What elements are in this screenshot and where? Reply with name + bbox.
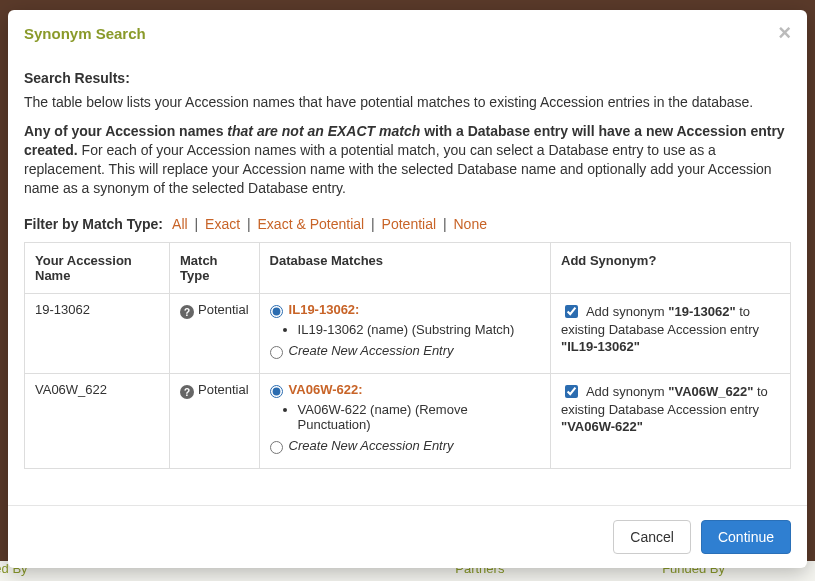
database-matches-cell: IL19-13062: IL19-13062 (name) (Substring…	[259, 293, 550, 373]
table-header-row: Your Accession Name Match Type Database …	[25, 242, 791, 293]
filter-option-potential[interactable]: Potential	[382, 216, 436, 232]
filter-label: Filter by Match Type:	[24, 216, 163, 232]
syn-your-name: "VA06W_622"	[668, 384, 753, 399]
modal-title: Synonym Search	[24, 25, 146, 42]
filter-option-none[interactable]: None	[453, 216, 486, 232]
match-detail-list: IL19-13062 (name) (Substring Match)	[270, 322, 540, 337]
match-type-cell: ?Potential	[170, 373, 260, 468]
question-icon: ?	[180, 385, 194, 399]
match-detail-list: VA06W-622 (name) (Remove Punctuation)	[270, 402, 540, 432]
match-detail-item: IL19-13062 (name) (Substring Match)	[298, 322, 540, 337]
your-accession-name-cell: VA06W_622	[25, 373, 170, 468]
match-radio[interactable]	[270, 305, 283, 318]
col-match-type: Match Type	[170, 242, 260, 293]
filter-option-exact[interactable]: Exact	[205, 216, 240, 232]
col-add-synonym: Add Synonym?	[551, 242, 791, 293]
warning-emphasis: that are not an EXACT match	[227, 123, 420, 139]
create-new-radio[interactable]	[270, 346, 283, 359]
create-new-radio[interactable]	[270, 441, 283, 454]
synonym-search-modal: Synonym Search × Search Results: The tab…	[8, 10, 807, 568]
table-row: VA06W_622 ?Potential VA06W-622: VA06W-62…	[25, 373, 791, 468]
match-detail-item: VA06W-622 (name) (Remove Punctuation)	[298, 402, 540, 432]
continue-button[interactable]: Continue	[701, 520, 791, 554]
syn-your-name: "19-13062"	[668, 304, 735, 319]
search-results-heading: Search Results:	[24, 70, 791, 86]
search-results-warning: Any of your Accession names that are not…	[24, 122, 791, 198]
modal-footer: Cancel Continue	[8, 505, 807, 568]
question-icon: ?	[180, 305, 194, 319]
match-type-text: Potential	[198, 382, 249, 397]
search-results-description: The table below lists your Accession nam…	[24, 94, 791, 110]
close-icon[interactable]: ×	[778, 22, 791, 44]
add-synonym-cell: Add synonym "19-13062" to existing Datab…	[551, 293, 791, 373]
table-row: 19-13062 ?Potential IL19-13062: IL19-130…	[25, 293, 791, 373]
filter-option-exact-potential[interactable]: Exact & Potential	[258, 216, 365, 232]
match-radio[interactable]	[270, 385, 283, 398]
syn-prefix: Add synonym	[586, 384, 668, 399]
warning-rest: For each of your Accession names with a …	[24, 142, 772, 196]
syn-prefix: Add synonym	[586, 304, 668, 319]
match-type-cell: ?Potential	[170, 293, 260, 373]
filter-by-match-type: Filter by Match Type: All | Exact | Exac…	[24, 216, 791, 232]
create-new-label: Create New Accession Entry	[289, 438, 454, 453]
syn-db-name: "VA06W-622"	[561, 419, 643, 434]
add-synonym-cell: Add synonym "VA06W_622" to existing Data…	[551, 373, 791, 468]
matches-table: Your Accession Name Match Type Database …	[24, 242, 791, 469]
database-matches-cell: VA06W-622: VA06W-622 (name) (Remove Punc…	[259, 373, 550, 468]
your-accession-name-cell: 19-13062	[25, 293, 170, 373]
col-database-matches: Database Matches	[259, 242, 550, 293]
match-name-link[interactable]: IL19-13062:	[289, 302, 360, 317]
add-synonym-checkbox[interactable]	[565, 385, 578, 398]
modal-body: Search Results: The table below lists yo…	[8, 54, 807, 505]
col-your-accession-name: Your Accession Name	[25, 242, 170, 293]
modal-header: Synonym Search ×	[8, 10, 807, 54]
create-new-label: Create New Accession Entry	[289, 343, 454, 358]
match-type-text: Potential	[198, 302, 249, 317]
syn-db-name: "IL19-13062"	[561, 339, 640, 354]
add-synonym-checkbox[interactable]	[565, 305, 578, 318]
match-name-link[interactable]: VA06W-622:	[289, 382, 363, 397]
warning-lead: Any of your Accession names	[24, 123, 227, 139]
cancel-button[interactable]: Cancel	[613, 520, 691, 554]
filter-option-all[interactable]: All	[172, 216, 188, 232]
